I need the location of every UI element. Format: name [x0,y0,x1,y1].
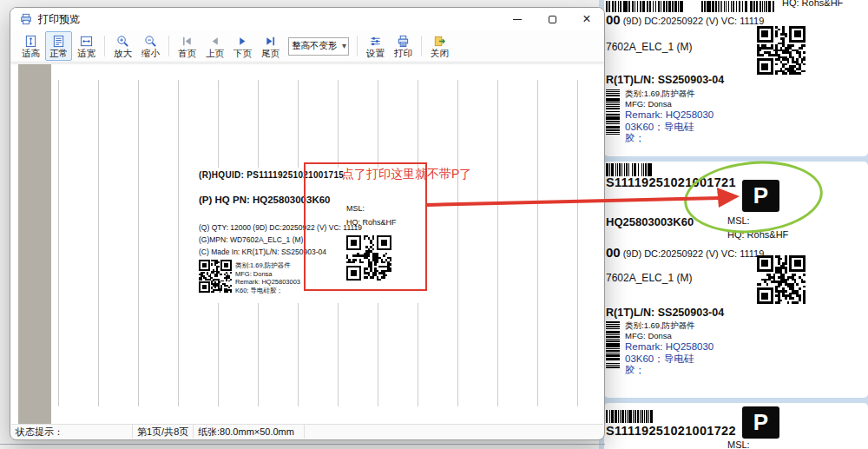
qr-code [199,260,232,293]
app-bottom-divider [0,444,605,445]
next-page-icon [236,34,250,48]
settings-button[interactable]: 设置 [362,31,389,61]
bg-top-dc-prefix: 00 [606,12,621,27]
barcode-vertical [606,321,620,368]
fit-width-icon [80,34,94,48]
bg-mid-category-text: 类别:1.69,防护器件 [625,320,713,331]
prev-page-icon [208,34,222,48]
barcode [606,0,684,11]
fit-width-label: 适宽 [77,49,95,58]
preview-detail-column: 类别:1.69,防护器件 MFG: Donsa Remark: HQ258030… [235,261,300,294]
bg-label-bottom: S11119251021001722 P MSL: [604,403,868,449]
fit-height-label: 适高 [22,49,40,58]
fit-width-button[interactable]: 适宽 [73,31,100,61]
bg-top-lot-text: R(1T)L/N: SS250903-04 [606,74,724,86]
zoom-out-label: 缩小 [141,49,160,58]
page-margin-area [18,64,51,424]
maximize-button[interactable] [535,8,569,30]
bg-top-remark2-text: 03K60；导电硅 [625,122,713,134]
qr-code [757,255,806,304]
preview-category-text: 类别:1.69,防护器件 [235,261,300,270]
preview-mfg-text: MFG: Donsa [235,270,300,279]
settings-icon [369,34,383,48]
first-page-button[interactable]: 首页 [174,31,201,61]
print-button[interactable]: 打印 [390,31,417,61]
preview-mpn-text: (G)MPN: WD7602A_ELC_1 (M) [199,235,303,244]
barcode [606,410,653,423]
fit-height-icon [24,34,38,48]
next-page-button[interactable]: 下页 [229,31,256,61]
print-preview-window: 打印预览 × 适高 正常 适宽 放大 [10,7,605,440]
bg-mid-mfg-text: MFG: Donsa [625,331,713,341]
toolbar-separator [357,36,358,56]
last-page-button[interactable]: 尾页 [257,31,284,61]
zoom-out-icon [144,34,158,48]
close-preview-button[interactable]: 关闭 [426,31,453,61]
bg-mid-lot-text: R(1T)L/N: SS250903-04 [606,307,724,319]
bg-mid-remark2-text: 03K60；导电硅 [625,353,713,366]
barcode [606,163,653,176]
bg-label-top: HQ: Rohs&HF 00(9D) DC:20250922 (V) VC: 1… [604,0,868,156]
last-page-icon [264,34,278,48]
bg-top-detail-column: 类别:1.69,防护器件 MFG: Donsa Remark: HQ258030… [625,89,713,145]
maximize-icon [549,16,556,23]
toolbar-separator [421,36,422,56]
screen: HQ: Rohs&HF 00(9D) DC:20250922 (V) VC: 1… [0,0,868,449]
barcode-vertical [606,89,620,136]
bg-top-dc-line: 00(9D) DC:20250922 (V) VC: 11119 [606,12,764,27]
first-page-label: 首页 [178,49,196,58]
status-bar: 状态提示： 第1页/共8页 纸张:80.0mm×50.0mm [11,424,603,439]
preview-remark2-text: K60; 导电硅胶； [235,287,300,295]
bg-bottom-msl-text: MSL: [727,439,750,449]
zoom-in-icon [116,34,130,48]
bg-mid-dc-rest: (9D) DC:20250922 (V) VC: 11119 [623,248,765,259]
window-title: 打印预览 [38,12,80,27]
toolbar-separator [168,36,169,56]
zoom-out-button[interactable]: 缩小 [137,31,164,61]
settings-label: 设置 [366,49,385,58]
scale-mode-value: 整高不变形 [289,40,338,52]
print-label: 打印 [394,49,412,58]
status-spacer [305,425,603,439]
prev-page-label: 上页 [206,49,224,58]
bg-bottom-serial-text: S11119251021001722 [606,424,736,438]
bg-mid-detail-column: 类别:1.69,防护器件 MFG: Donsa Remark: HQ258030… [625,320,713,377]
bg-top-category-text: 类别:1.69,防护器件 [625,89,713,99]
preview-remark1-text: Remark: HQ25803003 [235,278,300,287]
bg-mid-dc-prefix: 00 [606,245,621,260]
status-hint: 状态提示： [11,425,133,439]
bg-top-dc-rest: (9D) DC:20250922 (V) VC: 11119 [623,16,765,26]
toolbar: 适高 正常 适宽 放大 缩小 首页 [10,30,604,63]
preview-area: (R)HQUID: PS11119251021001715 (P) HQ PN:… [11,63,603,424]
normal-view-label: 正常 [49,49,68,58]
bg-mid-remark1-text: Remark: HQ258030 [625,341,713,353]
titlebar[interactable]: 打印预览 × [10,8,604,30]
bg-mid-pn-text: HQ25803003K60 [606,215,694,228]
bg-top-hq-text: HQ: Rohs&HF [782,0,843,8]
prev-page-button[interactable]: 上页 [201,31,228,61]
scale-mode-select[interactable]: 整高不变形 ▾ [288,37,349,56]
fit-height-button[interactable]: 适高 [17,31,44,61]
close-preview-label: 关闭 [431,49,449,58]
zoom-in-label: 放大 [114,49,132,58]
window-controls: × [500,8,604,30]
status-paper-size: 纸张:80.0mm×50.0mm [194,425,305,439]
chevron-down-icon: ▾ [342,41,346,50]
bg-mid-mpn-text: 7602A_ELC_1 (M) [606,272,692,284]
normal-view-icon [52,34,66,48]
zoom-in-button[interactable]: 放大 [109,31,136,61]
close-button[interactable]: × [569,8,604,30]
bg-mid-dc-line: 00(9D) DC:20250922 (V) VC: 11119 [606,245,764,260]
minimize-button[interactable] [500,8,535,30]
qr-code [757,26,806,75]
bg-top-mpn-text: 7602A_ELC_1 (M) [606,41,692,53]
normal-view-button[interactable]: 正常 [45,31,72,61]
annotation-text: 点了打印这里就不带P了 [342,167,471,182]
first-page-icon [181,34,194,48]
minimize-icon [513,19,522,20]
p-badge: P [742,406,779,439]
bg-top-remark1-text: Remark: HQ258030 [625,109,713,122]
bg-top-mfg-text: MFG: Donsa [625,99,713,109]
status-page-indicator: 第1页/共8页 [133,425,194,439]
bg-mid-remark3-text: 胶； [625,365,713,377]
